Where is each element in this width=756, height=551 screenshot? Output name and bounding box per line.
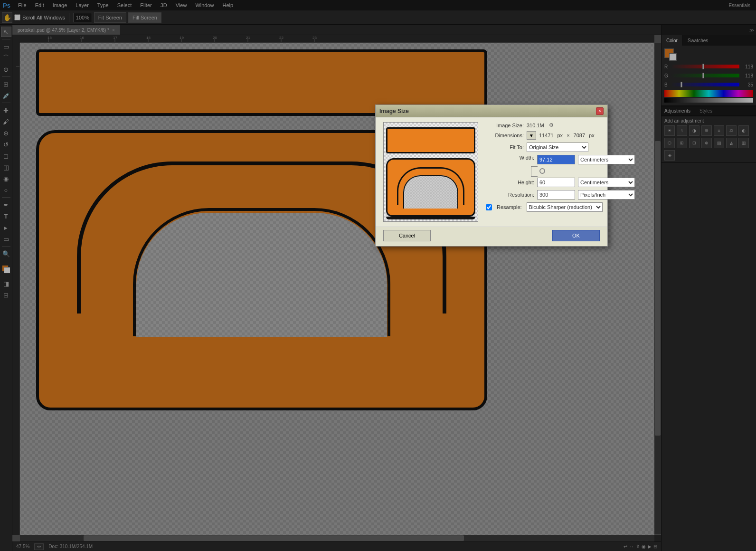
resample-label: Resample:	[497, 204, 522, 210]
width-input[interactable]: 97.12	[537, 155, 575, 164]
form-row-resolution: Resolution: 300 Pixels/Inch	[486, 190, 635, 200]
dialog-preview	[383, 122, 478, 222]
modal-overlay: Image Size ×	[0, 0, 756, 551]
chain-icon	[539, 168, 545, 174]
image-size-dialog: Image Size ×	[375, 104, 608, 247]
dimensions-label: Dimensions:	[486, 133, 524, 138]
dialog-form: Image Size: 310.1M ⚙ Dimensions: ▼ 11471…	[486, 122, 635, 222]
form-row-width: Width: 97.12 Centimeters	[486, 155, 635, 164]
height-unit-select[interactable]: Centimeters	[578, 178, 635, 187]
dialog-titlebar: Image Size ×	[376, 105, 607, 117]
dim-px1: px	[558, 133, 563, 138]
preview-arch-inner-border	[403, 175, 458, 209]
form-row-height: Height: 60 Centimeters	[486, 178, 635, 187]
form-row-fit-to: Fit To: Original Size	[486, 142, 635, 152]
resolution-unit-select[interactable]: Pixels/Inch	[578, 190, 635, 200]
height-label: Height:	[496, 180, 534, 185]
dialog-close-button[interactable]: ×	[596, 107, 604, 115]
chain-link-row	[531, 166, 635, 177]
resample-select[interactable]: Bicubic Sharper (reduction)	[527, 202, 603, 212]
resolution-input[interactable]: 300	[537, 190, 575, 200]
height-input[interactable]: 60	[537, 178, 575, 187]
preview-main-body	[386, 158, 475, 217]
dialog-title: Image Size	[379, 108, 409, 114]
ok-button[interactable]: OK	[552, 230, 600, 241]
size-value: 310.1M	[527, 123, 544, 128]
dim-px2: px	[589, 133, 595, 138]
dim-width: 11471	[539, 133, 554, 138]
chain-bracket	[531, 166, 538, 177]
cancel-button[interactable]: Cancel	[383, 230, 431, 241]
settings-icon[interactable]: ⚙	[549, 122, 554, 128]
resolution-label: Resolution:	[496, 192, 534, 198]
dim-height: 7087	[574, 133, 585, 138]
preview-arch-outer	[397, 167, 464, 205]
dialog-body: Image Size: 310.1M ⚙ Dimensions: ▼ 11471…	[376, 117, 607, 227]
size-label: Image Size:	[486, 123, 524, 128]
preview-top-bar	[386, 127, 475, 153]
form-row-resample: Resample: Bicubic Sharper (reduction)	[486, 202, 635, 212]
form-row-size: Image Size: 310.1M ⚙	[486, 122, 635, 128]
width-unit-select[interactable]: Centimeters	[578, 155, 635, 164]
dialog-buttons: Cancel OK	[376, 227, 607, 246]
resample-checkbox[interactable]	[486, 204, 492, 210]
fit-to-select[interactable]: Original Size	[527, 142, 588, 152]
fit-to-label: Fit To:	[486, 144, 524, 150]
preview-bottom-border	[386, 217, 475, 219]
dim-x: ×	[567, 133, 569, 138]
dimensions-toggle-btn[interactable]: ▼	[527, 131, 536, 140]
width-label: Width:	[496, 155, 534, 161]
form-row-dimensions: Dimensions: ▼ 11471 px × 7087 px	[486, 131, 635, 140]
